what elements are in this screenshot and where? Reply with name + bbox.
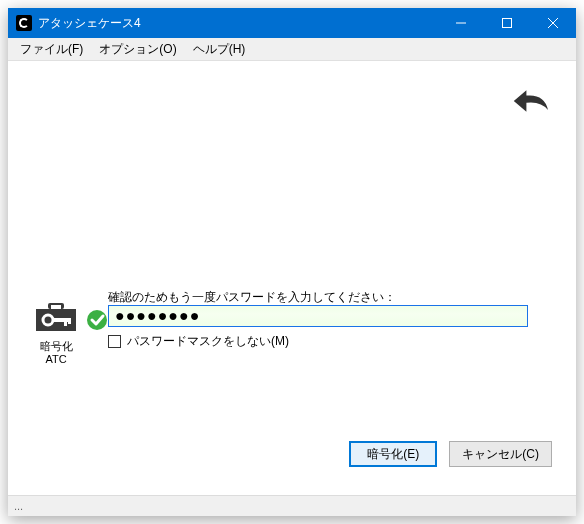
- svg-rect-10: [68, 318, 71, 324]
- mask-checkbox[interactable]: [108, 335, 121, 348]
- close-button[interactable]: [530, 8, 576, 38]
- password-masked-value: ●●●●●●●●: [115, 307, 200, 325]
- client-area: 暗号化 ATC 確認のためもう一度パスワードを入力してください： ●●●●●●●…: [8, 61, 576, 495]
- password-prompt: 確認のためもう一度パスワードを入力してください：: [108, 289, 396, 306]
- encrypt-mode-icon: 暗号化 ATC: [30, 299, 82, 366]
- mask-checkbox-row[interactable]: パスワードマスクをしない(M): [108, 333, 289, 350]
- back-button[interactable]: [508, 83, 552, 122]
- encrypt-button[interactable]: 暗号化(E): [349, 441, 437, 467]
- maximize-button[interactable]: [484, 8, 530, 38]
- mask-checkbox-label: パスワードマスクをしない(M): [127, 333, 289, 350]
- svg-rect-8: [52, 318, 70, 322]
- menu-help[interactable]: ヘルプ(H): [185, 39, 254, 60]
- password-confirm-input[interactable]: ●●●●●●●●: [108, 305, 528, 327]
- app-icon: [16, 15, 32, 31]
- svg-rect-9: [64, 318, 67, 326]
- cancel-button[interactable]: キャンセル(C): [449, 441, 552, 467]
- button-row: 暗号化(E) キャンセル(C): [349, 441, 552, 467]
- svg-rect-6: [51, 305, 61, 309]
- encrypt-mode-label-2: ATC: [45, 353, 66, 365]
- minimize-button[interactable]: [438, 8, 484, 38]
- titlebar[interactable]: アタッシェケース4: [8, 8, 576, 38]
- svg-rect-1: [503, 19, 512, 28]
- status-text: ...: [14, 500, 23, 512]
- window-title: アタッシェケース4: [38, 15, 141, 32]
- menu-file[interactable]: ファイル(F): [12, 39, 91, 60]
- password-ok-icon: [86, 309, 108, 334]
- menu-options[interactable]: オプション(O): [91, 39, 184, 60]
- menubar: ファイル(F) オプション(O) ヘルプ(H): [8, 38, 576, 61]
- window-frame: アタッシェケース4 ファイル(F) オプション(O) ヘルプ(H): [8, 8, 576, 516]
- status-bar: ...: [8, 495, 576, 516]
- encrypt-mode-label-1: 暗号化: [40, 340, 73, 352]
- svg-point-11: [87, 310, 107, 330]
